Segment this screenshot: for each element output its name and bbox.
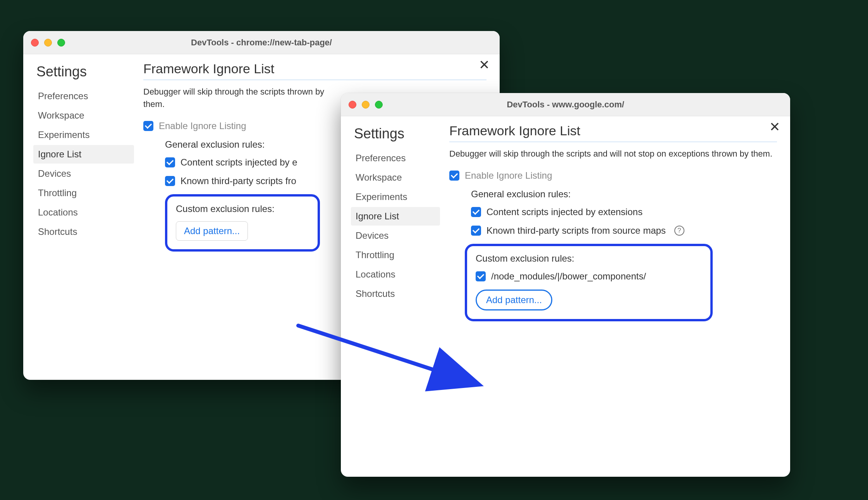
enable-ignore-listing-checkbox[interactable] <box>449 171 459 181</box>
sidebar-item-workspace[interactable]: Workspace <box>33 106 134 125</box>
rule-content-scripts-checkbox[interactable] <box>471 207 481 217</box>
panel-title: Framework Ignore List <box>449 123 777 142</box>
sidebar-item-experiments[interactable]: Experiments <box>351 188 440 206</box>
add-pattern-button[interactable]: Add pattern... <box>176 221 248 241</box>
enable-ignore-listing-checkbox[interactable] <box>143 121 153 131</box>
sidebar-item-throttling[interactable]: Throttling <box>33 184 134 202</box>
sidebar-item-preferences[interactable]: Preferences <box>351 149 440 167</box>
rule-content-scripts-row[interactable]: Content scripts injected by extensions <box>471 207 777 217</box>
sidebar-item-ignore-list[interactable]: Ignore List <box>33 145 134 164</box>
titlebar: DevTools - chrome://new-tab-page/ <box>23 31 500 54</box>
enable-ignore-listing-label: Enable Ignore Listing <box>159 121 246 131</box>
close-icon[interactable]: ✕ <box>769 120 780 133</box>
custom-exclusion-highlight: Custom exclusion rules: Add pattern... <box>165 194 320 252</box>
rule-third-party-checkbox[interactable] <box>165 176 175 186</box>
rule-content-scripts-label: Content scripts injected by e <box>180 157 297 168</box>
settings-heading: Settings <box>33 64 134 80</box>
custom-exclusion-highlight: Custom exclusion rules: /node_modules/|/… <box>465 244 713 321</box>
traffic-lights <box>31 39 65 47</box>
panel-description: Debugger will skip through the scripts t… <box>143 86 345 110</box>
sidebar-item-locations[interactable]: Locations <box>33 203 134 222</box>
add-pattern-button[interactable]: Add pattern... <box>476 290 552 310</box>
help-icon[interactable]: ? <box>674 226 684 236</box>
rule-content-scripts-label: Content scripts injected by extensions <box>486 207 643 217</box>
rule-third-party-label: Known third-party scripts from source ma… <box>486 225 666 236</box>
custom-exclusion-heading: Custom exclusion rules: <box>476 253 702 264</box>
window-minimize-icon[interactable] <box>44 39 52 47</box>
close-icon[interactable]: ✕ <box>479 58 490 71</box>
window-minimize-icon[interactable] <box>362 101 370 109</box>
rule-content-scripts-checkbox[interactable] <box>165 157 175 167</box>
window-title: DevTools - www.google.com/ <box>341 100 790 110</box>
window-close-icon[interactable] <box>349 101 356 109</box>
sidebar-item-devices[interactable]: Devices <box>351 226 440 245</box>
enable-ignore-listing-label: Enable Ignore Listing <box>465 170 552 181</box>
sidebar-item-preferences[interactable]: Preferences <box>33 87 134 105</box>
traffic-lights <box>349 101 383 109</box>
settings-heading: Settings <box>351 126 440 142</box>
rule-third-party-label: Known third-party scripts fro <box>180 176 296 186</box>
panel-title: Framework Ignore List <box>143 61 486 80</box>
sidebar-item-devices[interactable]: Devices <box>33 164 134 183</box>
sidebar-item-locations[interactable]: Locations <box>351 265 440 284</box>
sidebar-item-ignore-list[interactable]: Ignore List <box>351 207 440 226</box>
window-zoom-icon[interactable] <box>57 39 65 47</box>
rule-third-party-checkbox[interactable] <box>471 226 481 236</box>
settings-panel: Framework Ignore List Debugger will skip… <box>440 123 780 465</box>
window-close-icon[interactable] <box>31 39 39 47</box>
sidebar-item-shortcuts[interactable]: Shortcuts <box>33 222 134 241</box>
sidebar-item-workspace[interactable]: Workspace <box>351 168 440 187</box>
rule-third-party-row[interactable]: Known third-party scripts from source ma… <box>471 225 777 236</box>
settings-sidebar: Settings Preferences Workspace Experimen… <box>33 61 134 368</box>
devtools-window-right: DevTools - www.google.com/ ✕ Settings Pr… <box>341 93 790 477</box>
settings-sidebar: Settings Preferences Workspace Experimen… <box>351 123 440 465</box>
sidebar-item-shortcuts[interactable]: Shortcuts <box>351 284 440 303</box>
general-exclusion-heading: General exclusion rules: <box>471 189 777 200</box>
custom-pattern-label: /node_modules/|/bower_components/ <box>491 271 646 282</box>
sidebar-item-throttling[interactable]: Throttling <box>351 246 440 264</box>
custom-pattern-checkbox[interactable] <box>476 271 486 281</box>
custom-exclusion-heading: Custom exclusion rules: <box>176 203 309 214</box>
custom-pattern-row[interactable]: /node_modules/|/bower_components/ <box>476 271 702 282</box>
window-title: DevTools - chrome://new-tab-page/ <box>23 38 500 48</box>
titlebar: DevTools - www.google.com/ <box>341 93 790 116</box>
enable-ignore-listing-row[interactable]: Enable Ignore Listing <box>449 170 777 181</box>
sidebar-item-experiments[interactable]: Experiments <box>33 126 134 144</box>
window-zoom-icon[interactable] <box>375 101 383 109</box>
panel-description: Debugger will skip through the scripts a… <box>449 148 777 160</box>
